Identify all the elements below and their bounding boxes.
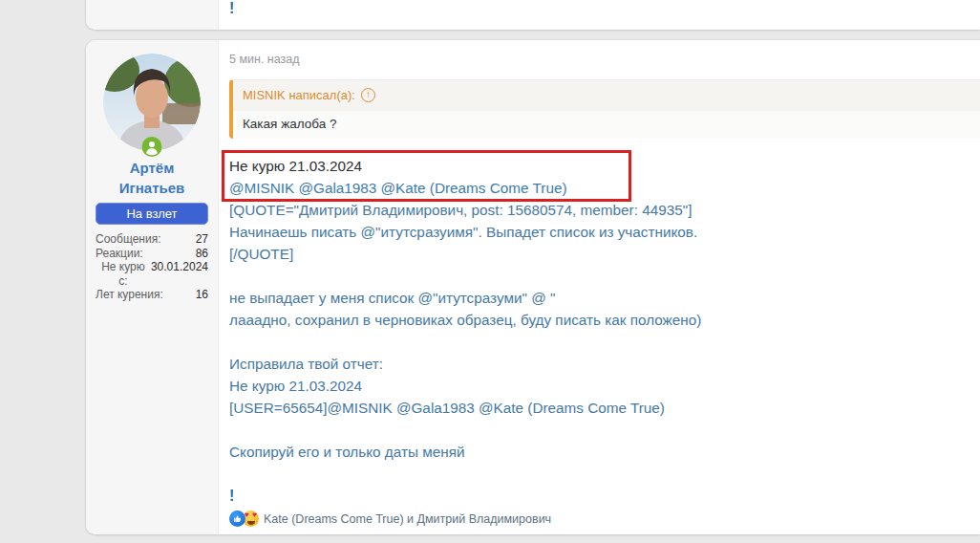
stat-label: Реакции:: [96, 247, 143, 261]
post-line-blank: [229, 419, 980, 441]
post-user-panel: Артём Игнатьев На взлет Сообщения: 27 Ре…: [86, 40, 219, 534]
reaction-icons: ♥ ♥: [229, 510, 259, 527]
stat-row-years-smoking: Лет курения: 16: [96, 288, 208, 302]
post-card: Артём Игнатьев На взлет Сообщения: 27 Ре…: [86, 40, 980, 534]
stat-label: Сообщения:: [96, 232, 160, 247]
quote-attribution: MISNIK написал(а):: [243, 88, 355, 102]
post-line: Скопируй его и только даты меняй: [229, 441, 980, 463]
post-content: 5 мин. назад MISNIK написал(а): ↑ Какая …: [220, 40, 980, 527]
stat-row-reactions: Реакции: 86: [96, 247, 208, 261]
post-line-blank: [229, 265, 980, 287]
previous-post-card: !: [86, 0, 980, 30]
username-line1: Артём: [86, 158, 218, 178]
user-banner: На взлет: [96, 203, 208, 225]
post-line-quit-date: Не курю 21.03.2024: [229, 155, 980, 177]
previous-post-user-panel: [86, 0, 219, 30]
stat-row-quit-date: Не курю с: 30.01.2024: [96, 260, 208, 288]
post-line: [USER=65654]@MISNIK @Gala1983 @Kate (Dre…: [229, 397, 980, 419]
post-line: [/QUOTE]: [229, 243, 980, 265]
arrow-up-icon[interactable]: ↑: [361, 88, 375, 102]
like-reaction-icon: [229, 510, 245, 527]
post-line: Исправила твой отчет:: [229, 353, 980, 375]
post-line: [QUOTE="Дмитрий Владимирович, post: 1568…: [229, 199, 980, 221]
post-line: не выпадает у меня список @"итутсразуми"…: [229, 287, 980, 309]
avatar-wrap: [103, 54, 201, 151]
quote-block: MISNIK написал(а): ↑ Какая жалоба ?: [229, 79, 980, 139]
user-stats: Сообщения: 27 Реакции: 86 Не курю с: 30.…: [96, 232, 208, 302]
reactions-users[interactable]: Kate (Dreams Come True) и Дмитрий Владим…: [264, 512, 551, 526]
online-indicator-icon: [142, 137, 162, 157]
stat-label: Лет курения:: [96, 288, 163, 302]
post-line: Начинаешь писать @"итутсразуимя". Выпаде…: [229, 221, 980, 243]
post-line-mentions[interactable]: @MISNIK @Gala1983 @Kate (Dreams Come Tru…: [229, 177, 980, 199]
username-link[interactable]: Артём Игнатьев: [86, 158, 218, 198]
post-line-exclamation: !: [229, 485, 980, 507]
stat-value: 86: [196, 247, 208, 261]
post-body: Не курю 21.03.2024 @MISNIK @Gala1983 @Ka…: [229, 155, 980, 507]
stat-row-messages: Сообщения: 27: [96, 232, 208, 247]
stat-value: 27: [196, 232, 208, 247]
previous-post-text: !: [229, 0, 234, 17]
reactions-bar: ♥ ♥ Kate (Dreams Come True) и Дмитрий Вл…: [229, 510, 980, 527]
quote-header[interactable]: MISNIK написал(а): ↑: [233, 80, 980, 111]
post-line-blank: [229, 331, 980, 353]
post-timestamp[interactable]: 5 мин. назад: [229, 53, 980, 67]
post-line-blank: [229, 463, 980, 485]
stat-label: Не курю с:: [96, 260, 151, 288]
username-line2: Игнатьев: [86, 178, 218, 198]
post-line: Не курю 21.03.2024: [229, 375, 980, 397]
stat-value: 30.01.2024: [151, 260, 208, 288]
quote-body: Какая жалоба ?: [233, 111, 980, 139]
post-line: лааадно, сохранил в черновиках образец, …: [229, 309, 980, 331]
stat-value: 16: [196, 288, 208, 302]
